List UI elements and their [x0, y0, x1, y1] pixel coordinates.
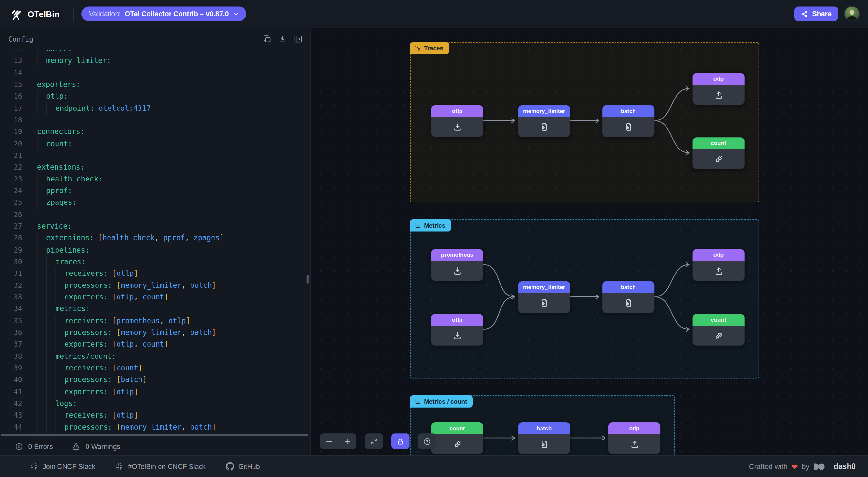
code-line[interactable]: 35receivers: [prometheus, otlp]: [0, 315, 309, 327]
code-line[interactable]: 23health_check:: [0, 173, 309, 185]
code-line[interactable]: 13memory_limiter:: [0, 55, 309, 67]
code-text: receivers: [prometheus, otlp]: [37, 315, 190, 327]
footer-link-github[interactable]: GitHub: [226, 462, 260, 471]
code-line[interactable]: 20count:: [0, 138, 309, 150]
node-batch[interactable]: batch: [602, 105, 654, 137]
editor-horizontal-scrollbar[interactable]: [1, 434, 308, 436]
copy-icon[interactable]: [262, 34, 272, 43]
code-line[interactable]: 30traces:: [0, 256, 309, 268]
editor-vertical-scrollbar[interactable]: [307, 275, 309, 284]
editor-lines: 12batch:13memory_limiter:1415exporters:1…: [0, 50, 309, 433]
validation-dropdown[interactable]: Validation: OTel Collector Contrib – v0.…: [82, 7, 247, 21]
exporter-icon: [714, 266, 723, 275]
node-count[interactable]: count: [431, 422, 483, 454]
share-button[interactable]: Share: [795, 7, 838, 21]
node-batch[interactable]: batch: [602, 281, 654, 313]
download-icon[interactable]: [278, 34, 287, 43]
node-count[interactable]: count: [693, 314, 745, 346]
code-line[interactable]: 39receivers: [count]: [0, 362, 309, 374]
footer-link--otelbin-on-cncf-slack[interactable]: #OTelBin on CNCF Slack: [115, 462, 206, 471]
code-line[interactable]: 41exporters: [otlp]: [0, 386, 309, 397]
flow-canvas[interactable]: TracesMetricsMetrics / count otlpmemory_…: [311, 28, 868, 455]
yaml-editor[interactable]: 12batch:13memory_limiter:1415exporters:1…: [0, 50, 309, 437]
code-line[interactable]: 27service:: [0, 220, 309, 232]
line-number: 16: [0, 90, 22, 102]
line-number: 21: [0, 150, 22, 161]
code-text: metrics:: [37, 303, 90, 315]
code-text: zpages:: [37, 197, 76, 209]
node-otlp[interactable]: otlp: [609, 422, 660, 454]
code-line[interactable]: 31receivers: [otlp]: [0, 267, 309, 279]
code-line[interactable]: 12batch:: [0, 50, 309, 55]
node-body: [693, 85, 745, 105]
code-line[interactable]: 34metrics:: [0, 303, 309, 315]
code-line[interactable]: 16otlp:: [0, 90, 309, 102]
code-line[interactable]: 37exporters: [otlp, count]: [0, 338, 309, 350]
code-line[interactable]: 28extensions: [health_check, pprof, zpag…: [0, 232, 309, 244]
code-text: processors: [batch]: [37, 374, 147, 386]
node-count[interactable]: count: [693, 137, 745, 169]
code-line[interactable]: 40processors: [batch]: [0, 374, 309, 386]
code-line[interactable]: 43receivers: [otlp]: [0, 409, 309, 421]
node-body: [609, 434, 660, 454]
node-memory_limiter[interactable]: memory_limiter: [518, 105, 570, 137]
code-line[interactable]: 22extensions:: [0, 161, 309, 173]
code-line[interactable]: 32processors: [memory_limiter, batch]: [0, 279, 309, 291]
help-button[interactable]: [418, 434, 436, 449]
brand-name[interactable]: dash0: [834, 462, 856, 471]
processor-icon: [539, 122, 549, 131]
zoom-out-button[interactable]: [320, 434, 338, 449]
collapse-panel-icon[interactable]: [293, 34, 303, 43]
code-text: extensions:: [37, 161, 85, 173]
errors-status[interactable]: 0 Errors: [15, 442, 53, 451]
code-line[interactable]: 33exporters: [otlp, count]: [0, 291, 309, 303]
processor-icon: [539, 298, 549, 307]
node-batch[interactable]: batch: [518, 422, 570, 454]
code-line[interactable]: 36processors: [memory_limiter, batch]: [0, 327, 309, 338]
share-label: Share: [812, 10, 832, 18]
code-line[interactable]: 26: [0, 209, 309, 220]
code-line[interactable]: 17endpoint: otelcol:4317: [0, 102, 309, 114]
footer-link-label: GitHub: [238, 463, 260, 470]
code-line[interactable]: 21: [0, 150, 309, 161]
logo: OTelBin: [9, 7, 60, 21]
user-avatar[interactable]: [844, 6, 860, 22]
footer-link-join-cncf-slack[interactable]: Join CNCF Slack: [30, 462, 96, 471]
line-number: 31: [0, 267, 22, 279]
line-number: 33: [0, 291, 22, 303]
fit-view-button[interactable]: [365, 434, 383, 449]
footer-links: Join CNCF Slack#OTelBin on CNCF SlackGit…: [30, 462, 260, 471]
code-line[interactable]: 14: [0, 67, 309, 79]
node-otlp[interactable]: otlp: [693, 249, 745, 281]
github-icon: [226, 462, 234, 471]
zoom-in-button[interactable]: [338, 434, 356, 449]
node-otlp[interactable]: otlp: [431, 314, 483, 346]
code-line[interactable]: 42logs:: [0, 397, 309, 410]
code-line[interactable]: 19connectors:: [0, 126, 309, 138]
code-line[interactable]: 29pipelines:: [0, 244, 309, 256]
lock-button[interactable]: [392, 434, 410, 449]
code-text: receivers: [otlp]: [37, 267, 138, 279]
group-label: Traces: [410, 42, 449, 54]
canvas-toolbar: [320, 434, 436, 449]
slack-icon: [115, 462, 124, 471]
code-text: connectors:: [37, 126, 85, 138]
code-line[interactable]: 15exporters:: [0, 79, 309, 90]
line-number: 36: [0, 327, 22, 338]
warnings-status[interactable]: 0 Warnings: [72, 442, 120, 451]
warning-triangle-icon: [72, 442, 81, 451]
group-title: Metrics: [424, 222, 445, 229]
code-line[interactable]: 18: [0, 114, 309, 126]
code-line[interactable]: 24pprof:: [0, 185, 309, 197]
code-line[interactable]: 44processors: [memory_limiter, batch]: [0, 421, 309, 433]
exporter-icon: [630, 439, 639, 449]
node-prometheus[interactable]: prometheus: [431, 249, 483, 281]
code-line[interactable]: 38metrics/count:: [0, 350, 309, 362]
credit-prefix: Crafted with: [749, 462, 787, 471]
plus-icon: [343, 437, 352, 445]
node-body: [431, 117, 483, 137]
node-memory_limiter[interactable]: memory_limiter: [518, 281, 570, 313]
code-line[interactable]: 25zpages:: [0, 197, 309, 209]
node-otlp[interactable]: otlp: [693, 73, 745, 105]
node-otlp[interactable]: otlp: [431, 105, 483, 137]
